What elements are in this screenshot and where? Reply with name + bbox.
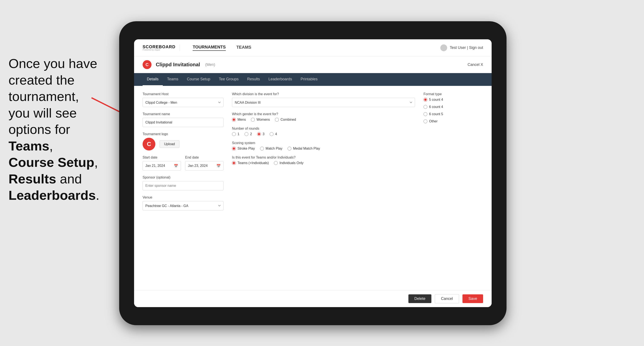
format-6count5[interactable]: 6 count 5 <box>424 112 483 116</box>
host-group: Tournament Host Clippd College - Men <box>142 92 224 107</box>
host-select[interactable]: Clippd College - Men <box>142 98 224 107</box>
tabs-bar: Details Teams Course Setup Tee Groups Re… <box>134 73 492 86</box>
format-6count5-label: 6 count 5 <box>429 112 443 116</box>
individuals-only-radio[interactable] <box>274 161 278 165</box>
rounds-2[interactable]: 2 <box>244 132 252 136</box>
right-column: Format type 5 count 4 6 count 4 <box>424 92 483 284</box>
teams-plus-individuals[interactable]: Teams (+Individuals) <box>232 161 269 165</box>
name-group: Tournament name <box>142 112 224 127</box>
gender-combined[interactable]: Combined <box>275 118 296 122</box>
start-date-input[interactable]: Jan 21, 2024 📅 <box>142 161 181 171</box>
scoring-match-label: Match Play <box>266 147 282 151</box>
tournament-icon: C <box>142 60 152 69</box>
rounds-1[interactable]: 1 <box>232 132 240 136</box>
format-6count5-radio[interactable] <box>424 112 427 116</box>
tab-tee-groups[interactable]: Tee Groups <box>214 73 243 86</box>
tab-teams[interactable]: Teams <box>163 73 182 86</box>
calendar-icon-2: 📅 <box>216 164 221 168</box>
user-avatar-icon <box>440 44 447 51</box>
format-other-radio[interactable] <box>424 119 427 123</box>
format-5count4-radio[interactable] <box>424 98 427 102</box>
tab-results[interactable]: Results <box>243 73 264 86</box>
scoring-stroke[interactable]: Stroke Play <box>232 147 255 151</box>
scoring-medal[interactable]: Medal Match Play <box>288 147 320 151</box>
logo-preview: C <box>142 138 155 151</box>
name-input[interactable] <box>142 118 224 127</box>
gender-womens-radio[interactable] <box>251 118 255 122</box>
division-select[interactable]: NCAA Division III <box>232 98 415 107</box>
rounds-2-radio[interactable] <box>244 132 248 136</box>
individuals-only[interactable]: Individuals Only <box>274 161 304 165</box>
teams-plus-label: Teams (+Individuals) <box>238 161 269 165</box>
gender-group: Which gender is the event for? Mens Wome… <box>232 112 415 122</box>
instruction-line1: Once you have <box>8 56 97 71</box>
cancel-top-button[interactable]: Cancel X <box>468 62 483 67</box>
gender-combined-radio[interactable] <box>275 118 279 122</box>
nav-teams[interactable]: TEAMS <box>236 45 251 51</box>
tab-leaderboards[interactable]: Leaderboards <box>264 73 296 86</box>
sponsor-label: Sponsor (optional) <box>142 175 224 179</box>
scoring-medal-radio[interactable] <box>288 147 291 151</box>
rounds-3-radio[interactable] <box>257 132 261 136</box>
teams-plus-radio[interactable] <box>232 161 236 165</box>
teams-radio-group: Teams (+Individuals) Individuals Only <box>232 161 415 165</box>
format-other[interactable]: Other <box>424 119 483 123</box>
format-6count4-radio[interactable] <box>424 105 427 109</box>
venue-group: Venue Peachtree GC - Atlanta - GA <box>142 195 224 210</box>
end-date-input[interactable]: Jan 23, 2024 📅 <box>185 161 224 171</box>
scoring-match[interactable]: Match Play <box>260 147 282 151</box>
scoring-match-radio[interactable] <box>260 147 264 151</box>
gender-womens[interactable]: Womens <box>251 118 270 122</box>
nav-group: SCOREBOARD Powered by clippd TOURNAMENTS… <box>142 45 251 51</box>
nav-tournaments[interactable]: TOURNAMENTS <box>192 45 226 51</box>
division-group: Which division is the event for? NCAA Di… <box>232 92 415 107</box>
gender-mens-radio[interactable] <box>232 118 236 122</box>
calendar-icon: 📅 <box>174 164 178 168</box>
tournament-name: Clippd Invitational <box>156 62 200 68</box>
logo-sub-text: Powered by clippd <box>142 49 175 51</box>
format-6count4[interactable]: 6 count 4 <box>424 105 483 109</box>
rounds-1-radio[interactable] <box>232 132 236 136</box>
scoring-radio-group: Stroke Play Match Play Medal Match Play <box>232 147 415 151</box>
upload-button[interactable]: Upload <box>160 140 180 148</box>
cancel-button[interactable]: Cancel <box>435 294 459 303</box>
instruction-comma2: , <box>94 155 98 170</box>
format-6count4-label: 6 count 4 <box>429 105 443 109</box>
logo-main-text: SCOREBOARD <box>142 45 175 49</box>
rounds-4[interactable]: 4 <box>270 132 277 136</box>
tablet-frame: SCOREBOARD Powered by clippd TOURNAMENTS… <box>119 21 506 325</box>
rounds-radio-group: 1 2 3 4 <box>232 132 415 136</box>
instruction-leaderboards: Leaderboards <box>8 188 96 202</box>
user-label[interactable]: Test User | Sign out <box>450 45 483 49</box>
gender-womens-label: Womens <box>256 118 270 122</box>
instruction-results: Results <box>8 172 56 186</box>
save-button[interactable]: Save <box>462 294 483 303</box>
rounds-label: Number of rounds <box>232 127 415 131</box>
logo-upload-area: C Upload <box>142 138 224 151</box>
individuals-only-label: Individuals Only <box>280 161 304 165</box>
rounds-3[interactable]: 3 <box>257 132 264 136</box>
rounds-2-label: 2 <box>250 132 252 136</box>
teams-label: Is this event for Teams and/or Individua… <box>232 156 415 160</box>
tab-course-setup[interactable]: Course Setup <box>182 73 214 86</box>
start-date-group: Start date Jan 21, 2024 📅 <box>142 156 181 171</box>
end-date-group: End date Jan 23, 2024 📅 <box>185 156 224 171</box>
delete-button[interactable]: Delete <box>408 294 432 303</box>
rounds-4-radio[interactable] <box>270 132 274 136</box>
instruction-teams: Teams <box>8 139 49 153</box>
end-date-label: End date <box>185 156 224 160</box>
scoring-stroke-radio[interactable] <box>232 147 236 151</box>
format-5count4[interactable]: 5 count 4 <box>424 98 483 102</box>
nav-divider <box>180 45 180 51</box>
gender-mens[interactable]: Mens <box>232 118 246 122</box>
scoring-medal-label: Medal Match Play <box>293 147 320 151</box>
sponsor-input[interactable] <box>142 181 224 190</box>
form-area: Tournament Host Clippd College - Men Tou… <box>134 86 492 290</box>
instruction-line5: options for <box>8 122 70 137</box>
middle-column: Which division is the event for? NCAA Di… <box>232 92 415 284</box>
format-label: Format type <box>424 92 483 96</box>
teams-group: Is this event for Teams and/or Individua… <box>232 156 415 165</box>
venue-select[interactable]: Peachtree GC - Atlanta - GA <box>142 201 224 210</box>
tab-details[interactable]: Details <box>142 73 163 86</box>
tab-printables[interactable]: Printables <box>296 73 322 86</box>
